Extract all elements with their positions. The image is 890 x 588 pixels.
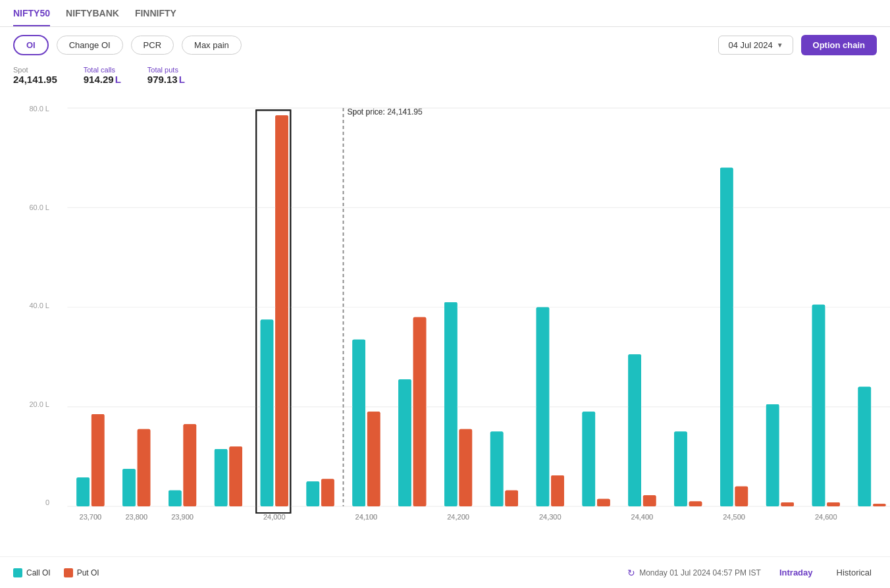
svg-text:24,400: 24,400 [631, 513, 654, 521]
svg-rect-95 [689, 501, 702, 506]
y-label-60: 60.0 L [13, 203, 49, 211]
intraday-button[interactable]: Intraday [774, 565, 818, 580]
svg-rect-77 [367, 412, 380, 506]
svg-rect-80 [413, 317, 427, 506]
svg-rect-99 [766, 404, 779, 506]
svg-rect-69 [229, 446, 242, 506]
option-chain-button[interactable]: Option chain [801, 35, 877, 55]
legend-call-oi: Call OI [13, 568, 51, 577]
svg-rect-100 [781, 502, 794, 506]
timestamp-text: Monday 01 Jul 2024 04:57 PM IST [639, 568, 761, 577]
svg-rect-62 [122, 469, 136, 506]
y-label-80: 80.0 L [13, 105, 49, 113]
svg-rect-65 [169, 491, 182, 506]
svg-rect-71 [261, 319, 274, 506]
svg-rect-66 [184, 424, 197, 506]
tab-nifty50[interactable]: NIFTY50 [13, 8, 50, 26]
svg-rect-76 [352, 340, 365, 506]
stats-row: Spot 24,141.95 Total calls 914.29L Total… [0, 63, 890, 92]
spot-value: 24,141.95 [13, 74, 57, 85]
stat-spot: Spot 24,141.95 [13, 66, 57, 85]
svg-rect-72 [275, 115, 288, 506]
put-oi-label: Put OI [77, 568, 99, 577]
svg-text:23,700: 23,700 [80, 513, 102, 521]
historical-button[interactable]: Historical [831, 565, 877, 580]
svg-text:24,600: 24,600 [815, 513, 837, 521]
svg-rect-68 [215, 449, 228, 506]
chevron-down-icon: ▼ [777, 41, 783, 49]
y-label-0: 0 [13, 498, 49, 506]
date-selector[interactable]: 04 Jul 2024 ▼ [718, 36, 793, 55]
svg-rect-63 [138, 429, 151, 506]
tab-bar: NIFTY50 NIFTYBANK FINNIFTY [0, 0, 890, 27]
filter-pcr[interactable]: PCR [131, 36, 174, 55]
svg-text:Spot price: 24,141.95: Spot price: 24,141.95 [348, 107, 423, 117]
call-oi-label: Call OI [26, 568, 51, 577]
y-label-40: 40.0 L [13, 302, 49, 309]
filter-max-pain[interactable]: Max pain [182, 36, 242, 55]
svg-rect-105 [873, 504, 886, 506]
svg-text:24,200: 24,200 [447, 513, 469, 521]
svg-rect-101 [812, 305, 825, 506]
svg-text:24,500: 24,500 [723, 513, 745, 521]
svg-rect-102 [827, 502, 840, 506]
svg-text:23,900: 23,900 [171, 513, 194, 521]
chart-area: 80.0 L 60.0 L 40.0 L 20.0 L 0 23,70023,8… [13, 92, 877, 539]
filter-change-oi[interactable]: Change OI [57, 36, 123, 55]
total-puts-label: Total puts [147, 66, 185, 74]
svg-rect-87 [551, 475, 564, 506]
svg-text:24,100: 24,100 [355, 513, 378, 521]
footer-timestamp: ↻ Monday 01 Jul 2024 04:57 PM IST [627, 568, 761, 578]
stat-total-puts: Total puts 979.13L [147, 66, 185, 85]
tab-finnifty[interactable]: FINNIFTY [135, 8, 176, 26]
controls-row: OI Change OI PCR Max pain 04 Jul 2024 ▼ … [0, 27, 890, 63]
filter-oi[interactable]: OI [13, 35, 49, 55]
spot-label: Spot [13, 66, 57, 74]
svg-rect-97 [735, 487, 748, 506]
total-calls-label: Total calls [84, 66, 121, 74]
svg-rect-96 [720, 168, 733, 506]
svg-rect-79 [398, 379, 411, 506]
svg-rect-84 [490, 432, 504, 506]
svg-rect-82 [459, 429, 473, 506]
svg-rect-81 [444, 302, 458, 506]
svg-rect-85 [505, 491, 518, 506]
svg-rect-75 [321, 479, 334, 506]
date-value: 04 Jul 2024 [728, 40, 772, 50]
legend-put-oi: Put OI [64, 568, 99, 577]
svg-rect-86 [537, 307, 550, 507]
svg-rect-92 [643, 495, 656, 506]
svg-rect-94 [674, 432, 687, 506]
total-calls-value: 914.29L [84, 74, 121, 85]
svg-text:24,000: 24,000 [263, 513, 286, 521]
bar-chart: 23,70023,80023,90024,00024,10024,20024,3… [49, 92, 890, 539]
svg-rect-59 [76, 477, 90, 506]
svg-rect-90 [597, 499, 610, 506]
call-oi-box [13, 568, 22, 577]
svg-rect-74 [307, 481, 320, 506]
refresh-icon[interactable]: ↻ [627, 568, 635, 578]
put-oi-box [64, 568, 73, 577]
svg-rect-104 [858, 387, 872, 507]
footer: Call OI Put OI ↻ Monday 01 Jul 2024 04:5… [0, 556, 890, 588]
y-label-20: 20.0 L [13, 400, 49, 408]
svg-text:23,800: 23,800 [125, 513, 147, 521]
svg-rect-91 [628, 354, 641, 506]
svg-rect-60 [92, 414, 105, 506]
tab-niftybank[interactable]: NIFTYBANK [66, 8, 119, 26]
stat-total-calls: Total calls 914.29L [84, 66, 121, 85]
total-puts-value: 979.13L [147, 74, 185, 85]
svg-rect-89 [583, 412, 596, 506]
svg-text:24,300: 24,300 [539, 513, 562, 521]
